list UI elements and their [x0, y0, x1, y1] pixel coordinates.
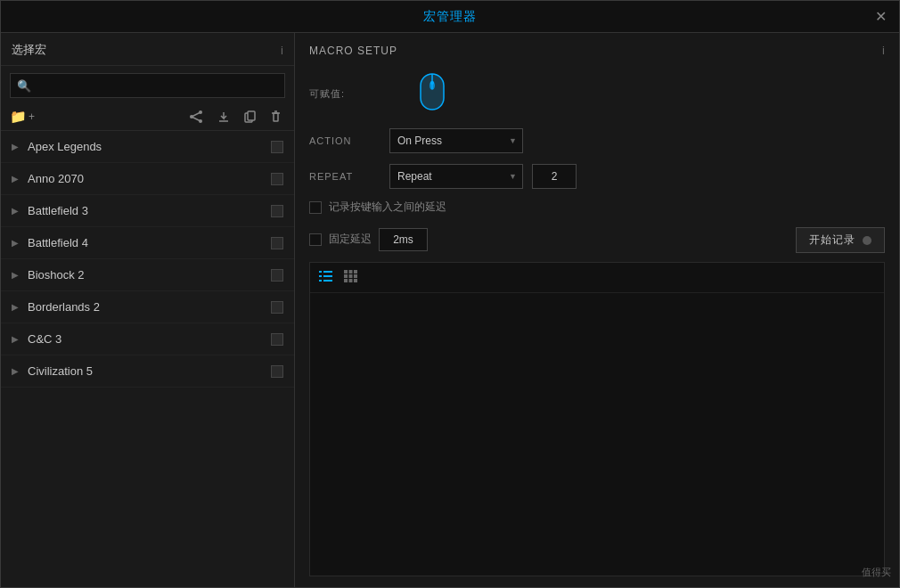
game-checkbox[interactable]	[271, 205, 283, 217]
svg-rect-26	[344, 279, 348, 282]
game-name: Bioshock 2	[28, 268, 271, 282]
fixed-delay-checkbox[interactable]	[309, 233, 322, 246]
chevron-right-icon: ▶	[12, 270, 19, 280]
fixed-delay-row: 固定延迟 开始记录	[309, 225, 885, 253]
mouse-icon	[416, 69, 448, 114]
record-delay-checkbox[interactable]	[309, 201, 322, 214]
svg-rect-8	[274, 113, 278, 121]
left-info-icon[interactable]: i	[281, 44, 283, 57]
right-panel: MACRO SETUP i 可赋值:	[295, 33, 899, 587]
game-name: Civilization 5	[28, 364, 271, 378]
game-name: Apex Legends	[28, 140, 271, 153]
chevron-right-icon: ▶	[12, 206, 19, 216]
fixed-delay-label: 固定延迟	[329, 232, 372, 247]
game-name: Anno 2070	[28, 172, 271, 185]
action-select[interactable]: On Press On Release Toggle Rapid Fire	[389, 128, 523, 153]
delete-button[interactable]	[266, 109, 285, 125]
list-view-button[interactable]	[317, 268, 335, 287]
delay-value-input[interactable]	[379, 228, 428, 251]
game-checkbox[interactable]	[271, 333, 283, 346]
svg-rect-22	[354, 270, 357, 274]
svg-rect-14	[319, 271, 322, 273]
new-label: +	[29, 110, 35, 123]
window-title: 宏管理器	[423, 9, 477, 25]
game-checkbox[interactable]	[271, 365, 283, 378]
grid-view-button[interactable]	[342, 268, 359, 287]
search-input[interactable]	[10, 73, 285, 98]
folder-icon: 📁	[10, 109, 27, 125]
svg-line-4	[192, 117, 200, 121]
repeat-count-input[interactable]: 2	[532, 164, 577, 189]
svg-rect-23	[344, 274, 348, 278]
svg-rect-25	[354, 274, 357, 278]
svg-rect-27	[349, 279, 353, 282]
repeat-select[interactable]: Repeat Once Hold	[389, 164, 523, 189]
chevron-right-icon: ▶	[12, 238, 19, 248]
repeat-row: REPEAT Repeat Once Hold 2	[309, 164, 885, 189]
right-info-icon[interactable]: i	[882, 44, 885, 57]
svg-point-13	[430, 81, 434, 85]
download-button[interactable]	[214, 109, 233, 125]
action-select-wrapper: On Press On Release Toggle Rapid Fire	[389, 128, 523, 153]
repeat-label: REPEAT	[309, 171, 380, 182]
svg-rect-7	[248, 111, 255, 120]
list-item[interactable]: ▶ Civilization 5	[1, 355, 294, 388]
svg-rect-24	[349, 274, 353, 278]
close-button[interactable]: ✕	[875, 10, 887, 24]
new-folder-button[interactable]: 📁 +	[10, 109, 35, 125]
list-item[interactable]: ▶ Apex Legends	[1, 131, 294, 163]
list-item[interactable]: ▶ Bioshock 2	[1, 259, 294, 291]
search-box: 🔍	[10, 73, 285, 98]
action-label: ACTION	[309, 135, 380, 146]
game-name: Battlefield 4	[28, 236, 271, 249]
record-delay-row: 记录按键输入之间的延迟	[309, 200, 885, 215]
assignable-row: 可赋值:	[309, 69, 885, 118]
svg-rect-28	[354, 279, 357, 282]
svg-rect-21	[349, 270, 353, 274]
search-icon: 🔍	[17, 79, 31, 93]
titlebar: 宏管理器 ✕	[1, 1, 899, 33]
chevron-right-icon: ▶	[12, 366, 19, 376]
game-checkbox[interactable]	[271, 237, 283, 249]
macro-toolbar: 📁 +	[1, 105, 294, 131]
record-dot-icon	[863, 236, 871, 245]
game-checkbox[interactable]	[271, 301, 283, 314]
svg-rect-20	[344, 270, 348, 274]
list-item[interactable]: ▶ C&C 3	[1, 323, 294, 355]
record-section: 开始记录	[796, 227, 885, 253]
editor-content	[310, 293, 884, 576]
chevron-right-icon: ▶	[12, 142, 19, 151]
chevron-right-icon: ▶	[12, 174, 19, 184]
svg-rect-17	[323, 275, 332, 277]
select-macro-label: 选择宏	[12, 42, 46, 58]
game-checkbox[interactable]	[271, 269, 283, 282]
list-item[interactable]: ▶ Anno 2070	[1, 163, 294, 195]
macro-form: 可赋值: ACTION On P	[309, 69, 885, 253]
macro-editor	[309, 262, 885, 576]
left-header: 选择宏 i	[1, 33, 294, 66]
list-item[interactable]: ▶ Borderlands 2	[1, 291, 294, 323]
game-list: ▶ Apex Legends ▶ Anno 2070 ▶ Battlefield…	[1, 131, 294, 587]
share-button[interactable]	[185, 109, 207, 125]
mouse-icon-container	[416, 69, 448, 118]
game-checkbox[interactable]	[271, 141, 283, 153]
game-name: Borderlands 2	[28, 300, 271, 314]
chevron-right-icon: ▶	[12, 334, 19, 344]
repeat-select-wrapper: Repeat Once Hold	[389, 164, 523, 189]
action-row: ACTION On Press On Release Toggle Rapid …	[309, 128, 885, 153]
copy-button[interactable]	[241, 109, 259, 125]
game-name: C&C 3	[28, 332, 271, 346]
macro-setup-label: MACRO SETUP	[309, 45, 397, 57]
svg-rect-15	[323, 271, 332, 273]
game-checkbox[interactable]	[271, 173, 283, 185]
list-item[interactable]: ▶ Battlefield 3	[1, 195, 294, 227]
record-delay-label: 记录按键输入之间的延迟	[329, 200, 446, 215]
record-button[interactable]: 开始记录	[796, 227, 885, 253]
svg-line-3	[192, 112, 200, 117]
left-panel: 选择宏 i 🔍 📁 +	[1, 33, 295, 587]
list-item[interactable]: ▶ Battlefield 4	[1, 227, 294, 259]
svg-rect-19	[323, 280, 332, 282]
game-name: Battlefield 3	[28, 204, 271, 217]
record-btn-label: 开始记录	[809, 233, 855, 248]
chevron-right-icon: ▶	[12, 302, 19, 312]
